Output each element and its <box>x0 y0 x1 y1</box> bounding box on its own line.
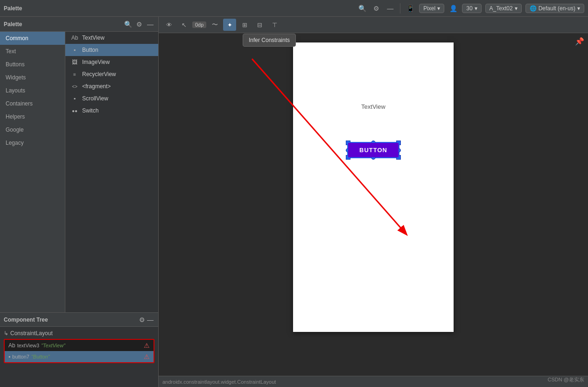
top-bar: Palette 🔍 ⚙ — 📱 Pixel ▾ 👤 30 ▾ A_Text02 … <box>0 0 588 17</box>
api-selector[interactable]: 30 ▾ <box>462 4 481 13</box>
widget-textview[interactable]: Ab TextView <box>65 32 158 44</box>
device-type-icon[interactable]: 📱 <box>405 3 415 14</box>
category-common[interactable]: Common <box>0 32 65 45</box>
category-text[interactable]: Text <box>0 45 65 58</box>
magic-btn[interactable]: ✦ <box>223 19 236 31</box>
zoom-label[interactable]: 0dp <box>192 21 206 28</box>
component-tree-header: Component Tree ⚙ — <box>0 313 158 327</box>
widget-fragment-label: <fragment> <box>82 83 111 90</box>
textview3-name: textView3 <box>17 343 40 348</box>
palette-minimize-icon[interactable]: — <box>146 20 154 28</box>
category-legacy[interactable]: Legacy <box>0 136 65 149</box>
widget-button-label: Button <box>82 47 98 53</box>
palette-title-top: Palette <box>4 5 22 12</box>
imageview-icon: 🖼 <box>70 59 79 65</box>
minimize-icon[interactable]: — <box>385 3 395 14</box>
widget-imageview-label: ImageView <box>82 59 110 65</box>
component-tree-settings-icon[interactable]: ⚙ <box>138 316 146 324</box>
palette-toolbar: 🔍 ⚙ — <box>124 20 154 28</box>
widget-scrollview[interactable]: ▪ ScrollView <box>65 92 158 105</box>
component-tree-title: Component Tree <box>4 317 138 323</box>
text-style-selector[interactable]: A_Text02 ▾ <box>485 4 522 13</box>
category-layouts[interactable]: Layouts <box>0 84 65 97</box>
cursor-btn[interactable]: ↖ <box>177 19 190 31</box>
component-tree-minimize-icon[interactable]: — <box>146 316 154 324</box>
button-icon: ▪ <box>70 47 79 53</box>
status-bar: androidx.constraintlayout.widget.Constra… <box>159 376 588 387</box>
recyclerview-icon: ≡ <box>70 72 79 77</box>
button7-icon: ▪ <box>8 353 10 360</box>
widget-imageview[interactable]: 🖼 ImageView <box>65 56 158 68</box>
palette-search-icon[interactable]: 🔍 <box>124 20 132 28</box>
scrollview-icon: ▪ <box>70 95 79 102</box>
widget-switch-label: Switch <box>82 107 98 114</box>
widget-list: Ab TextView ▪ Button 🖼 ImageView ≡ Recyc… <box>65 32 158 312</box>
eye-btn[interactable]: 👁 <box>162 19 175 31</box>
widget-recyclerview-label: RecyclerView <box>82 71 116 77</box>
widget-fragment[interactable]: <> <fragment> <box>65 80 158 92</box>
palette-header: Palette 🔍 ⚙ — <box>0 17 158 32</box>
wave-btn[interactable]: 〜 <box>208 19 221 31</box>
align-v-btn[interactable]: ⊟ <box>253 19 266 31</box>
center-panel: 👁 ↖ 0dp 〜 ✦ ⊞ ⊟ ⊤ Infer Constraints 📌 Te… <box>159 17 588 387</box>
category-list: Common Text Buttons Widgets Layouts Cont… <box>0 32 65 312</box>
separator <box>400 3 400 14</box>
device-selector[interactable]: Pixel ▾ <box>419 4 444 13</box>
tree-root-label: ConstraintLayout <box>10 330 53 337</box>
widget-switch[interactable]: ●● Switch <box>65 105 158 117</box>
main-layout: Palette 🔍 ⚙ — Common Text Buttons Widget… <box>0 17 588 387</box>
phone-canvas: TextView BUTTON <box>293 42 454 332</box>
category-helpers[interactable]: Helpers <box>0 110 65 123</box>
component-tree-body: ↳ ConstraintLayout Ab textView3 "TextVie… <box>0 327 158 387</box>
widget-recyclerview[interactable]: ≡ RecyclerView <box>65 68 158 80</box>
search-icon[interactable]: 🔍 <box>357 3 367 14</box>
category-containers[interactable]: Containers <box>0 97 65 110</box>
status-text: androidx.constraintlayout.widget.Constra… <box>162 379 276 385</box>
left-panel: Palette 🔍 ⚙ — Common Text Buttons Widget… <box>0 17 159 387</box>
person-icon: 👤 <box>448 3 458 14</box>
textview3-error-icon: ⚠ <box>144 342 150 349</box>
palette-content: Common Text Buttons Widgets Layouts Cont… <box>0 32 158 312</box>
button7-error-icon: ⚠ <box>144 353 150 360</box>
palette-settings-icon[interactable]: ⚙ <box>135 20 143 28</box>
textview3-icon: Ab <box>8 342 15 349</box>
settings-icon[interactable]: ⚙ <box>371 3 381 14</box>
widget-button[interactable]: ▪ Button <box>65 44 158 56</box>
button-widget[interactable]: BUTTON <box>348 143 399 157</box>
pin-icon[interactable]: 📌 <box>575 37 584 46</box>
component-tree-error-box: Ab textView3 "TextView" ⚠ ▪ button7 "But… <box>4 339 154 363</box>
tree-textview3[interactable]: Ab textView3 "TextView" ⚠ <box>5 340 154 351</box>
align-h-btn[interactable]: ⊞ <box>238 19 251 31</box>
button7-name: button7 <box>12 354 29 359</box>
baseline-btn[interactable]: ⊤ <box>268 19 281 31</box>
button7-label: "Button" <box>31 354 50 359</box>
category-buttons[interactable]: Buttons <box>0 58 65 71</box>
locale-selector[interactable]: 🌐 Default (en-us) ▾ <box>525 4 584 13</box>
palette-section-title: Palette <box>4 21 124 28</box>
textview-icon: Ab <box>70 35 79 41</box>
category-widgets[interactable]: Widgets <box>0 71 65 84</box>
switch-icon: ●● <box>70 108 79 113</box>
canvas-textview: TextView <box>361 103 385 110</box>
canvas-area: 📌 TextView BUTTON <box>159 33 588 387</box>
category-google[interactable]: Google <box>0 123 65 136</box>
widget-textview-label: TextView <box>82 35 105 41</box>
component-tree-section: Component Tree ⚙ — ↳ ConstraintLayout Ab… <box>0 312 158 387</box>
canvas-button[interactable]: BUTTON <box>348 143 399 157</box>
tree-button7[interactable]: ▪ button7 "Button" ⚠ <box>5 351 154 362</box>
fragment-icon: <> <box>70 84 79 89</box>
watermark: CSDN @老实东 <box>548 376 584 383</box>
tree-root[interactable]: ↳ ConstraintLayout <box>0 329 158 338</box>
root-arrow: ↳ <box>4 330 8 337</box>
center-toolbar: 👁 ↖ 0dp 〜 ✦ ⊞ ⊟ ⊤ Infer Constraints <box>159 17 588 33</box>
textview3-label: "TextView" <box>41 343 65 348</box>
widget-scrollview-label: ScrollView <box>82 95 108 102</box>
